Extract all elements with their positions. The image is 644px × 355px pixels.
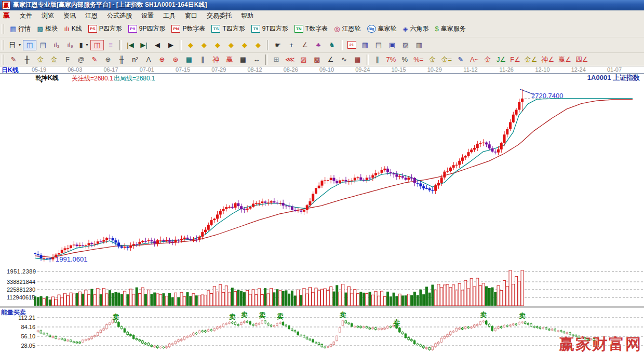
gann-flower-button[interactable]: ♣	[312, 40, 325, 50]
qiankun-indicator-label[interactable]: 乾坤K线	[35, 74, 59, 83]
web-tool[interactable]: ⊛	[169, 54, 182, 65]
shen-angle-tool[interactable]: 神∠	[539, 54, 556, 65]
ying-tool[interactable]: 赢	[223, 54, 236, 65]
capture-button[interactable]: ▨	[399, 40, 412, 50]
span-tool[interactable]: ↔	[250, 54, 263, 65]
price-volume-chart[interactable]: 卖卖卖卖卖卖卖卖卖	[0, 73, 644, 355]
toolbar-grip[interactable]	[2, 40, 4, 50]
grid-red-tool[interactable]: ▦	[351, 54, 365, 65]
menu-trade[interactable]: 交易委托	[202, 11, 236, 21]
kline-button[interactable]: ılıK线	[61, 23, 85, 35]
pen2-tool[interactable]: ✎	[88, 54, 101, 65]
n2-tool[interactable]: n²	[128, 54, 142, 65]
menu-gann[interactable]: 江恩	[81, 11, 102, 21]
gann-circle-tool[interactable]: ⊕	[155, 54, 169, 65]
menu-formula-pick[interactable]: 公式选股	[102, 11, 137, 21]
p9-square-button[interactable]: P99P四方形	[125, 23, 169, 35]
gold-square2-tool[interactable]: 金	[47, 54, 61, 65]
qiankun-pattern-button[interactable]: ◫	[23, 40, 36, 50]
chart9-button[interactable]: ıl₉	[63, 40, 77, 50]
mirror-tool[interactable]: A	[142, 54, 155, 65]
toolbar-grip[interactable]	[2, 54, 4, 65]
memo-button[interactable]: ▤	[372, 40, 385, 50]
pen-tool[interactable]: ✎	[7, 54, 20, 65]
candle-style-dropdown[interactable]: ▮▾	[77, 40, 90, 50]
grid-web-tool[interactable]: ▦	[182, 54, 196, 65]
sectors-button[interactable]: ▩板块	[34, 23, 61, 35]
crosshair-button[interactable]: +	[285, 40, 298, 50]
box-diag-tool[interactable]: ▨	[297, 54, 311, 65]
parallel-tool[interactable]: ∥	[196, 54, 209, 65]
gold-coin-tool[interactable]: 金	[425, 54, 439, 65]
box-fill-tool[interactable]: ▩	[311, 54, 324, 65]
angle-line-tool[interactable]: ∠	[324, 54, 338, 65]
info-note-button[interactable]: ▤	[36, 40, 50, 50]
rect-handle-tool[interactable]: ⊞	[270, 54, 283, 65]
qiankun-marker-button[interactable]: ◫	[90, 40, 104, 50]
last-page-button[interactable]: ▶|	[137, 40, 151, 50]
gann-diagonal-button[interactable]: ◆	[238, 40, 251, 50]
percent7-tool[interactable]: 7%	[384, 54, 398, 65]
menu-tools[interactable]: 工具	[158, 11, 180, 21]
f-angle-tool[interactable]: F∠	[508, 54, 522, 65]
percent-line-tool[interactable]: %=	[411, 54, 425, 65]
toolbar-grip[interactable]	[2, 24, 4, 34]
winner-wheel-button[interactable]: Big赢家轮	[364, 23, 400, 35]
print-button[interactable]: ▥	[412, 40, 426, 50]
gold-red-tool[interactable]: 金	[481, 54, 494, 65]
gold-square-tool[interactable]: 金	[34, 54, 47, 65]
fan-lines-tool[interactable]: ⋘	[283, 54, 297, 65]
calculator-button[interactable]: ▦	[358, 40, 372, 50]
spiral-tool[interactable]: @	[74, 54, 88, 65]
si-angle-tool[interactable]: 四∠	[573, 54, 591, 65]
j-angle-tool[interactable]: J∠	[494, 54, 508, 65]
fib-tool[interactable]: F	[61, 54, 74, 65]
period-dropdown[interactable]: 日▾	[7, 40, 23, 50]
gold-line-tool[interactable]: 金=	[439, 54, 454, 65]
chart3-button[interactable]: ıl₃	[50, 40, 63, 50]
flag-pen-tool[interactable]: ✎	[454, 54, 467, 65]
t-square-button[interactable]: TST四方形	[208, 23, 248, 35]
a-wave-tool[interactable]: A~	[467, 54, 481, 65]
quotes-button[interactable]: ▦行情	[7, 23, 34, 35]
percent-tool[interactable]: %	[398, 54, 411, 65]
gold-angle-tool[interactable]: 金∠	[522, 54, 540, 65]
prev-button[interactable]: ◀	[151, 40, 164, 50]
volume-ladder-tool[interactable]: ∥	[371, 54, 384, 65]
p-square-button[interactable]: PSP四方形	[85, 23, 125, 35]
grid-tick-tool[interactable]: ╫	[20, 54, 34, 65]
calendar-button[interactable]: 21	[345, 39, 358, 50]
volume-profile-button[interactable]: ≡	[104, 40, 117, 50]
fractal-button[interactable]: ♞	[325, 40, 339, 50]
save-button[interactable]: ▣	[385, 40, 399, 50]
circle3-tool[interactable]: ⊕	[101, 54, 115, 65]
qiankun-caret-icon[interactable]: ▼	[39, 79, 44, 84]
t9-square-button[interactable]: T99T四方形	[248, 23, 291, 35]
wave-tool[interactable]: ∿	[338, 54, 351, 65]
shen-tool[interactable]: 神	[209, 54, 223, 65]
ruler-tool[interactable]: ╫	[115, 54, 128, 65]
menu-news[interactable]: 资讯	[59, 11, 81, 21]
gann-shift-right-button[interactable]: ◆	[197, 40, 211, 50]
menu-window[interactable]: 窗口	[180, 11, 202, 21]
menu-file[interactable]: 文件	[15, 11, 37, 21]
gann-compress-button[interactable]: ◆	[251, 40, 265, 50]
angle-measure-button[interactable]: ∠	[298, 40, 312, 50]
menu-browse[interactable]: 浏览	[37, 11, 59, 21]
gann-wheel-button[interactable]: ◎江恩轮	[331, 23, 364, 35]
ying-angle-tool[interactable]: 赢∠	[556, 54, 573, 65]
p-table-button[interactable]: PNP数字表	[168, 23, 208, 35]
next-button[interactable]: ▶	[164, 40, 178, 50]
winner-service-button[interactable]: $赢家服务	[432, 23, 469, 35]
menu-settings[interactable]: 设置	[137, 11, 158, 21]
chart-region[interactable]: 日K线 05-1906-0306-1707-0107-1507-2908-120…	[0, 66, 644, 355]
menu-help[interactable]: 帮助	[236, 11, 258, 21]
hexagon-button[interactable]: ◈六角形	[400, 23, 432, 35]
t-table-button[interactable]: TNT数字表	[291, 23, 331, 35]
gann-shift-left-button[interactable]: ◆	[184, 40, 197, 50]
first-page-button[interactable]: |◀	[124, 40, 137, 50]
gann-4way-button[interactable]: ◆	[224, 40, 238, 50]
gann-expand-h-button[interactable]: ◆	[211, 40, 224, 50]
drag-hand-button[interactable]: ☛	[271, 40, 285, 50]
ruler123-tool[interactable]: ▦	[236, 54, 250, 65]
